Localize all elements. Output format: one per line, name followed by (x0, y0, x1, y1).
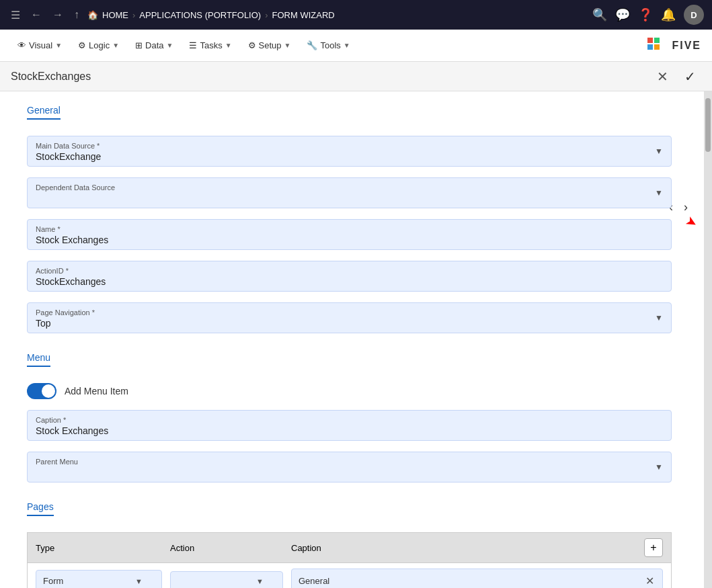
panel-confirm-button[interactable]: ✓ (679, 66, 701, 87)
notifications-icon[interactable]: 🔔 (661, 7, 676, 22)
tasks-caret: ▼ (225, 42, 232, 49)
col-action-header: Action (170, 543, 291, 553)
dependent-data-source-arrow: ▼ (655, 188, 663, 198)
parent-menu-field[interactable]: Parent Menu ▼ (27, 452, 672, 482)
caption-input[interactable] (36, 425, 663, 436)
form-scroll-area[interactable]: General Main Data Source * StockExchange… (0, 91, 712, 588)
five-logo: FIVE (647, 38, 701, 54)
parent-menu-label: Parent Menu (36, 458, 663, 466)
panel-actions: ✕ ✓ (651, 66, 701, 87)
up-icon[interactable]: ↑ (71, 6, 82, 24)
top-nav-right: 🔍 💬 ❓ 🔔 D (592, 5, 704, 25)
page-navigation-arrow: ▼ (655, 313, 663, 323)
toolbar-tasks[interactable]: ☰ Tasks ▼ (182, 36, 238, 54)
name-group: Name * (27, 219, 672, 250)
add-page-button[interactable]: + (644, 538, 663, 557)
row-caption-cell: ✕ (291, 569, 663, 588)
dependent-data-source-group: Dependent Data Source ▼ (27, 177, 672, 208)
caption-field[interactable]: Caption * (27, 410, 672, 441)
main-data-source-label: Main Data Source * (36, 142, 663, 150)
logic-caret: ▼ (112, 42, 119, 49)
setup-label: Setup (259, 40, 282, 50)
action-dropdown-arrow: ▼ (256, 577, 264, 585)
scrollbar-thumb[interactable] (705, 98, 711, 152)
main-data-source-field[interactable]: Main Data Source * StockExchange ▼ (27, 136, 672, 167)
main-toolbar: 👁 Visual ▼ ⚙ Logic ▼ ⊞ Data ▼ ☰ Tasks ▼ … (0, 30, 712, 62)
add-menu-item-label: Add Menu Item (65, 386, 128, 396)
forward-icon[interactable]: → (50, 6, 66, 24)
action-id-group: ActionID * (27, 261, 672, 292)
name-label: Name * (36, 225, 663, 233)
main-data-source-group: Main Data Source * StockExchange ▼ (27, 136, 672, 167)
caption-label: Caption * (36, 416, 663, 424)
hamburger-menu-icon[interactable]: ☰ (8, 6, 23, 24)
tools-label: Tools (320, 40, 340, 50)
tools-icon: 🔧 (307, 40, 317, 50)
breadcrumb-home[interactable]: HOME (102, 10, 128, 20)
add-menu-item-row: Add Menu Item (27, 383, 672, 399)
row-type-cell: Form ▼ (36, 570, 162, 588)
page-navigation-group: Page Navigation * Top ▼ (27, 302, 672, 333)
section-menu: Menu (27, 352, 672, 372)
visual-caret: ▼ (55, 42, 62, 49)
panel-header: StockExchanges ✕ ✓ (0, 62, 712, 91)
content-wrapper: ‹ › ➤ General Main Data Source * StockEx… (0, 91, 712, 588)
action-id-input[interactable] (36, 276, 663, 287)
pages-section-label: Pages (27, 501, 54, 516)
main-data-source-value: StockExchange (36, 151, 663, 162)
name-field[interactable]: Name * (27, 219, 672, 250)
toolbar-setup[interactable]: ⚙ Setup ▼ (241, 36, 298, 54)
pages-section: Pages Type Action Caption + Form ▼ (27, 501, 672, 588)
action-id-label: ActionID * (36, 267, 663, 275)
toolbar-tools[interactable]: 🔧 Tools ▼ (300, 36, 356, 54)
page-navigation-field[interactable]: Page Navigation * Top ▼ (27, 302, 672, 333)
type-dropdown-arrow: ▼ (135, 577, 143, 585)
caption-clear-button[interactable]: ✕ (644, 575, 656, 587)
col-type-header: Type (36, 543, 170, 553)
action-select[interactable]: ▼ (170, 571, 283, 589)
dependent-data-source-field[interactable]: Dependent Data Source ▼ (27, 177, 672, 208)
visual-label: Visual (29, 40, 52, 50)
breadcrumb-sep2: › (265, 10, 268, 20)
back-icon[interactable]: ← (28, 6, 44, 24)
breadcrumb-portfolio[interactable]: APPLICATIONS (PORTFOLIO) (139, 10, 261, 20)
next-arrow-button[interactable]: › (680, 199, 692, 216)
dependent-data-source-value (36, 193, 663, 204)
help-icon[interactable]: ❓ (638, 7, 653, 22)
user-avatar[interactable]: D (684, 5, 704, 25)
dependent-data-source-label: Dependent Data Source (36, 183, 663, 192)
svg-rect-1 (654, 38, 660, 43)
toolbar-visual[interactable]: 👁 Visual ▼ (11, 36, 69, 54)
caption-row-input[interactable] (299, 576, 644, 586)
action-id-field[interactable]: ActionID * (27, 261, 672, 292)
row-action-cell: ▼ (170, 571, 283, 589)
data-caret: ▼ (167, 42, 173, 49)
visual-icon: 👁 (17, 40, 26, 50)
logic-label: Logic (89, 40, 110, 50)
svg-rect-3 (654, 44, 660, 50)
data-icon: ⊞ (135, 40, 143, 50)
parent-menu-group: Parent Menu ▼ (27, 452, 672, 482)
type-value: Form (43, 576, 63, 586)
search-icon[interactable]: 🔍 (592, 7, 607, 22)
tools-caret: ▼ (344, 42, 350, 49)
parent-menu-value (36, 467, 663, 478)
logic-icon: ⚙ (78, 40, 86, 50)
scrollbar-track[interactable] (704, 91, 712, 588)
toolbar-data[interactable]: ⊞ Data ▼ (128, 36, 180, 54)
section-general: General (27, 105, 672, 125)
col-caption-header: Caption (291, 543, 644, 553)
menu-section-label: Menu (27, 352, 50, 367)
add-menu-item-toggle[interactable] (27, 383, 56, 399)
chat-icon[interactable]: 💬 (615, 7, 630, 22)
type-select[interactable]: Form ▼ (36, 570, 162, 588)
toolbar-logic[interactable]: ⚙ Logic ▼ (71, 36, 126, 54)
page-navigation-value: Top (36, 318, 663, 329)
name-input[interactable] (36, 235, 663, 245)
tasks-icon: ☰ (189, 40, 197, 50)
home-icon[interactable]: 🏠 (87, 10, 98, 20)
breadcrumb-sep1: › (132, 10, 135, 20)
panel-close-button[interactable]: ✕ (651, 66, 674, 87)
setup-icon: ⚙ (248, 40, 256, 50)
breadcrumb: 🏠 HOME › APPLICATIONS (PORTFOLIO) › FORM… (87, 10, 587, 20)
